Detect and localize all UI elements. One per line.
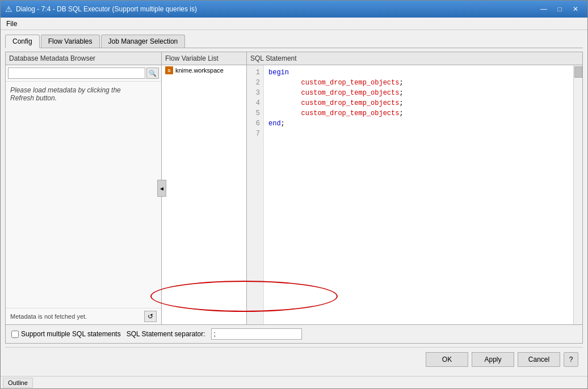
tab-job-manager[interactable]: Job Manager Selection (101, 35, 186, 48)
window-title: Dialog - 7:4 - DB SQL Executor (Support … (16, 5, 197, 13)
tab-config[interactable]: Config (5, 35, 40, 48)
dialog-content: Config Flow Variables Job Manager Select… (1, 30, 587, 376)
right-panel-header: SQL Statement (247, 52, 582, 65)
taskbar-outline[interactable]: Outline (3, 378, 33, 388)
apply-button[interactable]: Apply (472, 352, 514, 367)
list-item[interactable]: S knime.workspace (162, 65, 246, 75)
sql-scrollbar[interactable] (573, 65, 582, 324)
metadata-tree-area (6, 107, 161, 308)
tab-flow-variables[interactable]: Flow Variables (41, 35, 100, 48)
line-numbers: 1234567 (247, 65, 264, 324)
maximize-button[interactable]: □ (552, 3, 567, 15)
middle-panel-header: Flow Variable List (162, 52, 246, 65)
left-panel: Database Metadata Browser 🔍 Please load … (6, 52, 162, 324)
bottom-bar: OK Apply Cancel ? (5, 347, 583, 371)
tab-bar: Config Flow Variables Job Manager Select… (5, 35, 583, 48)
multiple-statements-checkbox[interactable] (11, 331, 19, 338)
metadata-status-text: Metadata is not fetched yet. (10, 313, 87, 320)
right-panel: SQL Statement 1234567 begin custom_drop_… (247, 52, 582, 324)
variable-list: S knime.workspace (162, 65, 246, 324)
middle-panel: ◄ Flow Variable List S knime.workspace (162, 52, 247, 324)
close-button[interactable]: ✕ (568, 3, 583, 15)
metadata-placeholder-text: Please load metadata by clicking theRefr… (6, 82, 161, 107)
variable-label: knime.workspace (175, 67, 224, 74)
metadata-footer: Metadata is not fetched yet. ↺ (6, 308, 161, 324)
search-button[interactable]: 🔍 (146, 67, 159, 79)
ok-button[interactable]: OK (426, 352, 468, 367)
menu-bar: File (1, 18, 587, 30)
main-panel: Database Metadata Browser 🔍 Please load … (5, 52, 583, 344)
main-window: ⚠ Dialog - 7:4 - DB SQL Executor (Suppor… (0, 0, 588, 389)
metadata-search-input[interactable] (8, 67, 145, 79)
collapse-arrow[interactable]: ◄ (157, 180, 166, 197)
warning-icon: ⚠ (5, 5, 12, 14)
file-menu[interactable]: File (3, 19, 20, 29)
title-bar: ⚠ Dialog - 7:4 - DB SQL Executor (Suppor… (1, 1, 587, 18)
panel-row: Database Metadata Browser 🔍 Please load … (6, 52, 582, 324)
sql-panel: 1234567 begin custom_drop_temp_objects; … (247, 65, 582, 324)
help-button[interactable]: ? (564, 352, 578, 367)
title-controls: — □ ✕ (536, 3, 583, 15)
minimize-button[interactable]: — (536, 3, 551, 15)
separator-label: SQL Statement separator: (127, 330, 205, 338)
cancel-button[interactable]: Cancel (518, 352, 560, 367)
bottom-options: Support multiple SQL statements SQL Stat… (6, 324, 582, 343)
multiple-statements-label[interactable]: Support multiple SQL statements (11, 330, 121, 338)
sql-editor[interactable]: begin custom_drop_temp_objects; custom_d… (264, 65, 573, 324)
variable-icon: S (165, 66, 173, 74)
taskbar: Outline (1, 376, 587, 388)
scrollbar-thumb[interactable] (574, 66, 582, 78)
refresh-button[interactable]: ↺ (144, 311, 157, 322)
left-panel-header: Database Metadata Browser (6, 52, 161, 65)
title-bar-left: ⚠ Dialog - 7:4 - DB SQL Executor (Suppor… (5, 5, 197, 14)
separator-input[interactable] (211, 328, 302, 340)
search-row: 🔍 (6, 65, 161, 82)
search-icon: 🔍 (149, 70, 157, 77)
refresh-icon: ↺ (148, 312, 153, 320)
